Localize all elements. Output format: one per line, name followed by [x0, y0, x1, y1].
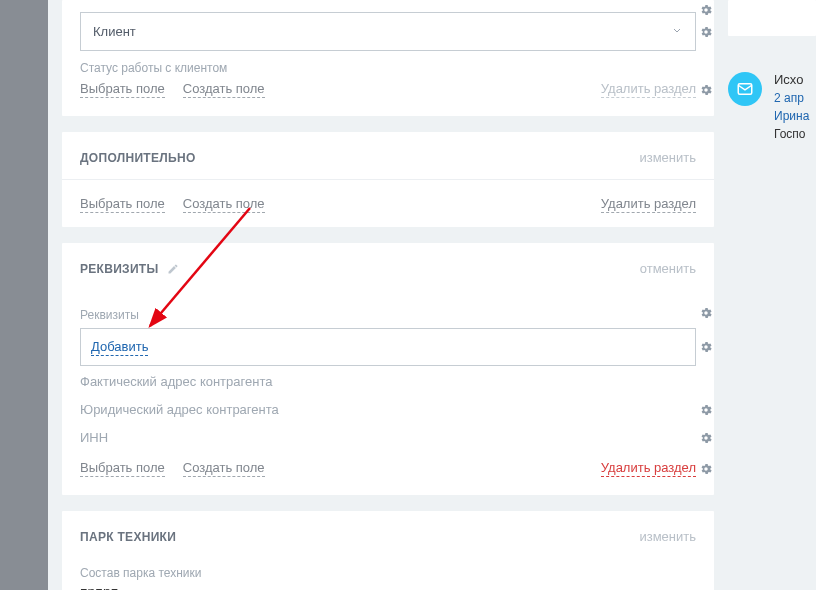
requisites-card: РЕКВИЗИТЫ отменить Реквизиты Добавить — [62, 243, 714, 495]
gear-icon[interactable] — [698, 430, 714, 446]
delete-section-link[interactable]: Удалить раздел — [601, 81, 696, 98]
mail-icon — [728, 72, 762, 106]
client-card: Клиент Статус работы с клиентом Выбрать … — [62, 0, 714, 116]
feed-author: Ирина — [774, 109, 809, 123]
main-column: Клиент Статус работы с клиентом Выбрать … — [48, 0, 728, 590]
chevron-down-icon — [671, 24, 683, 39]
client-status-label: Статус работы с клиентом — [80, 61, 696, 75]
gear-icon[interactable] — [698, 82, 714, 98]
feed-body: Госпо — [774, 127, 809, 141]
client-type-select[interactable]: Клиент — [80, 12, 696, 51]
equipment-field-label: Состав парка техники — [80, 566, 696, 580]
gear-icon[interactable] — [698, 461, 714, 477]
edit-link[interactable]: изменить — [639, 529, 696, 544]
legal-address-field[interactable]: Юридический адрес контрагента — [80, 402, 279, 418]
gear-icon[interactable] — [698, 2, 714, 18]
feed-item[interactable]: Исхо 2 апр Ирина Госпо — [728, 68, 816, 145]
feed-date: 2 апр — [774, 91, 809, 105]
timeline-stub — [728, 0, 816, 36]
equipment-card: ПАРК ТЕХНИКИ изменить Состав парка техни… — [62, 511, 714, 590]
delete-section-link[interactable]: Удалить раздел — [601, 460, 696, 477]
additional-card: ДОПОЛНИТЕЛЬНО изменить Выбрать поле Созд… — [62, 132, 714, 227]
gear-icon[interactable] — [698, 24, 714, 40]
pencil-icon — [167, 263, 179, 275]
gear-icon[interactable] — [698, 305, 714, 321]
delete-section-link[interactable]: Удалить раздел — [601, 196, 696, 213]
equipment-value: прпрп — [80, 584, 696, 590]
choose-field-link[interactable]: Выбрать поле — [80, 460, 165, 477]
gear-icon[interactable] — [698, 339, 714, 355]
feed-title: Исхо — [774, 72, 809, 87]
inn-field[interactable]: ИНН — [80, 430, 108, 446]
requisites-field-label: Реквизиты — [80, 308, 696, 322]
client-type-value: Клиент — [93, 24, 136, 39]
create-field-link[interactable]: Создать поле — [183, 81, 265, 98]
right-column: Исхо 2 апр Ирина Госпо — [728, 0, 816, 590]
additional-title: ДОПОЛНИТЕЛЬНО — [80, 151, 196, 165]
requisites-input-box[interactable]: Добавить — [80, 328, 696, 366]
equipment-title: ПАРК ТЕХНИКИ — [80, 530, 176, 544]
create-field-link[interactable]: Создать поле — [183, 196, 265, 213]
create-field-link[interactable]: Создать поле — [183, 460, 265, 477]
requisites-title: РЕКВИЗИТЫ — [80, 262, 179, 276]
choose-field-link[interactable]: Выбрать поле — [80, 196, 165, 213]
left-rail-stub — [0, 0, 48, 590]
cancel-link[interactable]: отменить — [640, 261, 696, 276]
gear-icon[interactable] — [698, 402, 714, 418]
choose-field-link[interactable]: Выбрать поле — [80, 81, 165, 98]
actual-address-field[interactable]: Фактический адрес контрагента — [80, 374, 272, 390]
edit-link[interactable]: изменить — [639, 150, 696, 165]
add-link[interactable]: Добавить — [91, 339, 148, 356]
